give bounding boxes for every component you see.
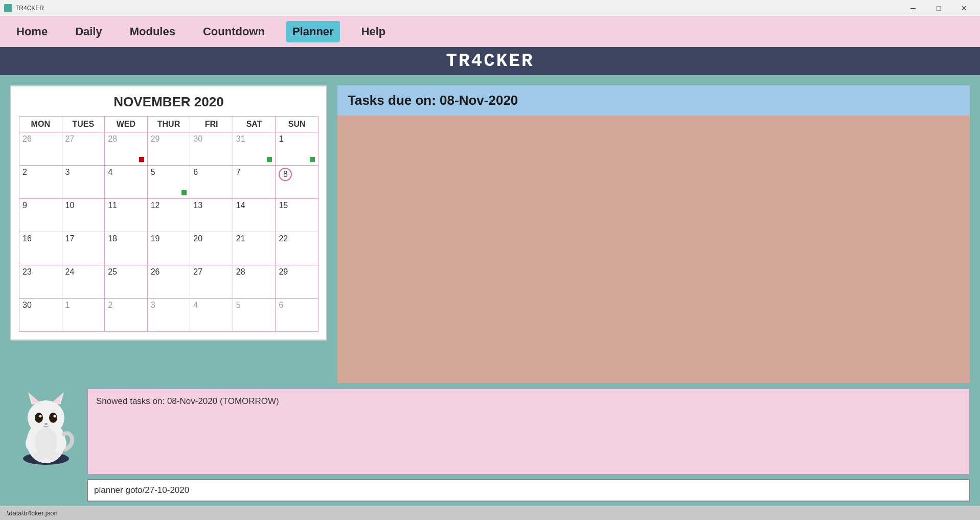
menu-planner[interactable]: Planner	[286, 21, 340, 42]
menu-modules[interactable]: Modules	[124, 21, 181, 42]
main-content: NOVEMBER 2020 MON TUES WED THUR FRI SAT …	[0, 75, 980, 383]
calendar-cell[interactable]: 17	[62, 232, 105, 265]
calendar-title: NOVEMBER 2020	[19, 94, 318, 110]
calendar-cell[interactable]: 5	[233, 299, 276, 332]
calendar-cell[interactable]: 23	[19, 265, 62, 299]
svg-point-11	[44, 423, 48, 425]
calendar-grid: MON TUES WED THUR FRI SAT SUN 2627282930…	[19, 116, 318, 332]
calendar-cell[interactable]: 12	[147, 199, 190, 232]
calendar-cell[interactable]: 19	[147, 232, 190, 265]
close-button[interactable]: ✕	[952, 0, 976, 16]
calendar-cell[interactable]: 25	[105, 265, 148, 299]
svg-point-8	[49, 413, 57, 423]
maximize-button[interactable]: □	[927, 0, 950, 16]
tasks-body	[337, 116, 970, 383]
calendar-cell[interactable]: 28	[105, 132, 148, 166]
status-bar: .\data\tr4cker.json	[0, 506, 980, 520]
calendar-cell[interactable]: 30	[19, 299, 62, 332]
mascot-svg	[10, 383, 82, 465]
calendar-cell[interactable]: 27	[190, 265, 233, 299]
left-panel: NOVEMBER 2020 MON TUES WED THUR FRI SAT …	[10, 85, 327, 383]
calendar-cell[interactable]: 29	[147, 132, 190, 166]
calendar-cell[interactable]: 8	[276, 166, 318, 199]
calendar-cell[interactable]: 4	[105, 166, 148, 199]
minimize-button[interactable]: ─	[901, 0, 925, 16]
calendar-cell[interactable]: 30	[190, 132, 233, 166]
col-sun: SUN	[276, 117, 318, 132]
calendar-cell[interactable]: 3	[62, 166, 105, 199]
mascot-area	[10, 383, 82, 465]
col-sat: SAT	[233, 117, 276, 132]
calendar-cell[interactable]: 20	[190, 232, 233, 265]
calendar-cell[interactable]: 11	[105, 199, 148, 232]
task-dot-green	[310, 157, 315, 162]
calendar-cell[interactable]: 22	[276, 232, 318, 265]
calendar-cell[interactable]: 16	[19, 232, 62, 265]
task-dot-red	[139, 157, 144, 162]
calendar-cell[interactable]: 6	[190, 166, 233, 199]
col-thur: THUR	[147, 117, 190, 132]
task-dot-green	[267, 157, 272, 162]
calendar-cell[interactable]: 9	[19, 199, 62, 232]
calendar-cell[interactable]: 28	[233, 265, 276, 299]
col-tues: TUES	[62, 117, 105, 132]
svg-point-13	[26, 436, 36, 450]
calendar-cell[interactable]: 13	[190, 199, 233, 232]
right-panel: Tasks due on: 08-Nov-2020	[337, 85, 970, 383]
log-text: Showed tasks on: 08-Nov-2020 (TOMORROW)	[96, 396, 279, 406]
calendar-cell[interactable]: 27	[62, 132, 105, 166]
col-mon: MON	[19, 117, 62, 132]
col-wed: WED	[105, 117, 148, 132]
menu-home[interactable]: Home	[10, 21, 54, 42]
menu-help[interactable]: Help	[355, 21, 392, 42]
bottom-section: Showed tasks on: 08-Nov-2020 (TOMORROW)	[0, 383, 980, 506]
calendar-cell[interactable]: 29	[276, 265, 318, 299]
calendar-cell[interactable]: 10	[62, 199, 105, 232]
calendar-cell[interactable]: 26	[147, 265, 190, 299]
bottom-inner: Showed tasks on: 08-Nov-2020 (TOMORROW)	[87, 383, 980, 506]
calendar-cell[interactable]: 4	[190, 299, 233, 332]
calendar-cell[interactable]: 3	[147, 299, 190, 332]
status-text: .\data\tr4cker.json	[5, 509, 58, 517]
task-dot-green	[181, 190, 187, 195]
calendar-cell[interactable]: 6	[276, 299, 318, 332]
log-box: Showed tasks on: 08-Nov-2020 (TOMORROW)	[87, 388, 970, 475]
title-bar-controls: ─ □ ✕	[901, 0, 976, 16]
calendar-cell[interactable]: 7	[233, 166, 276, 199]
calendar-cell[interactable]: 1	[276, 132, 318, 166]
svg-point-7	[35, 413, 43, 423]
app-title: TR4CKER	[446, 51, 534, 72]
col-fri: FRI	[190, 117, 233, 132]
calendar-cell[interactable]: 14	[233, 199, 276, 232]
calendar-cell[interactable]: 26	[19, 132, 62, 166]
calendar-cell[interactable]: 2	[19, 166, 62, 199]
command-input[interactable]	[87, 479, 970, 502]
menu-countdown[interactable]: Countdown	[197, 21, 271, 42]
title-bar: TR4CKER ─ □ ✕	[0, 0, 980, 16]
svg-point-15	[33, 451, 47, 460]
svg-point-10	[54, 415, 56, 418]
calendar-cell[interactable]: 5	[147, 166, 190, 199]
svg-point-9	[39, 415, 42, 418]
calendar-cell[interactable]: 21	[233, 232, 276, 265]
calendar-cell[interactable]: 15	[276, 199, 318, 232]
calendar-cell[interactable]: 1	[62, 299, 105, 332]
calendar-cell[interactable]: 31	[233, 132, 276, 166]
input-row	[87, 475, 970, 502]
app-header: TR4CKER	[0, 47, 980, 75]
title-bar-left: TR4CKER	[4, 4, 44, 12]
calendar-cell[interactable]: 2	[105, 299, 148, 332]
calendar-container: NOVEMBER 2020 MON TUES WED THUR FRI SAT …	[10, 85, 327, 341]
svg-point-14	[56, 436, 66, 450]
calendar-cell[interactable]: 24	[62, 265, 105, 299]
app-icon	[4, 4, 12, 12]
tasks-header: Tasks due on: 08-Nov-2020	[337, 85, 970, 116]
calendar-cell[interactable]: 18	[105, 232, 148, 265]
menu-bar: Home Daily Modules Countdown Planner Hel…	[0, 16, 980, 47]
menu-daily[interactable]: Daily	[69, 21, 108, 42]
svg-point-16	[45, 451, 59, 460]
title-bar-text: TR4CKER	[15, 5, 44, 12]
